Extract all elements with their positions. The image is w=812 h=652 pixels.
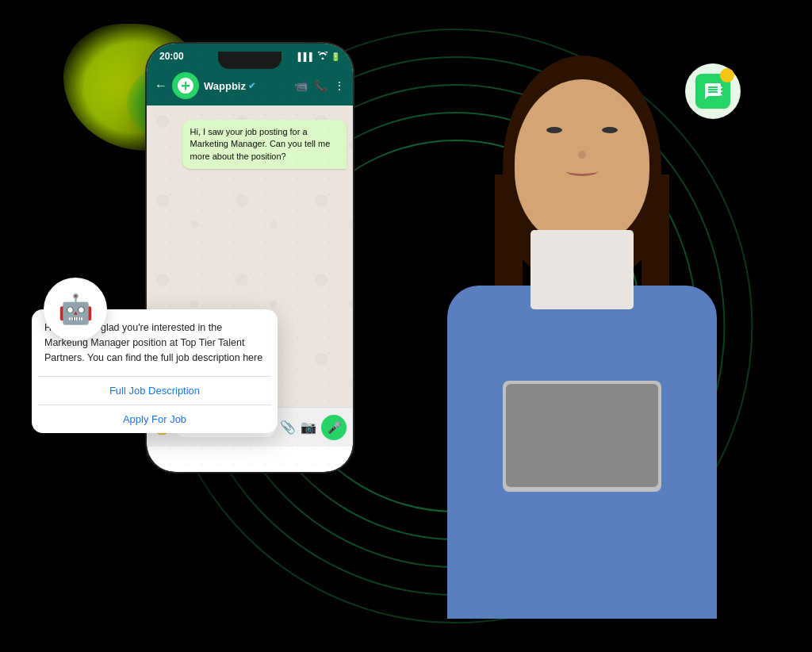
message-badge (685, 63, 741, 119)
phone-notch (218, 52, 282, 69)
apply-for-job-button[interactable]: Apply For Job (32, 405, 278, 433)
full-job-description-button[interactable]: Full Job Description (32, 377, 278, 405)
scene: 20:00 ▌▌▌ 🔋 ← (0, 0, 812, 652)
robot-icon: 🤖 (44, 278, 107, 341)
badge-dot (720, 68, 734, 82)
woman-photo-area (416, 32, 749, 603)
